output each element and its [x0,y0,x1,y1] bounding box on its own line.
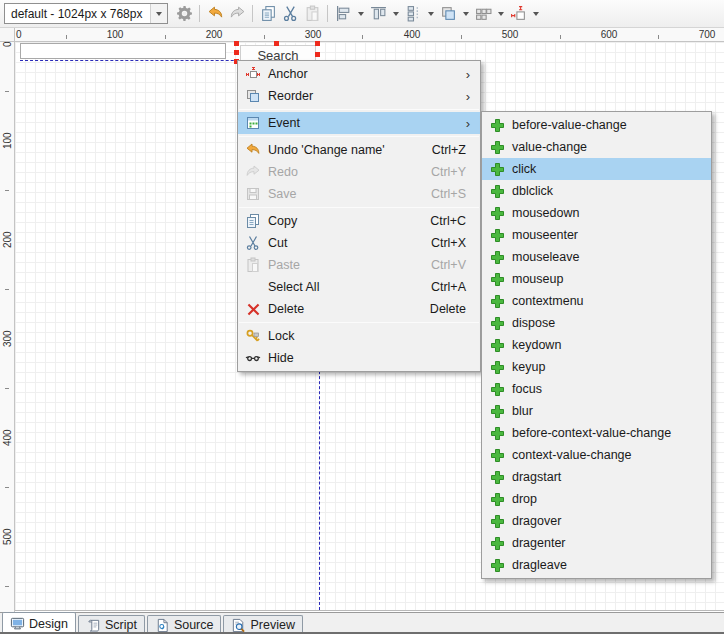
paste-icon [238,257,268,273]
submenu-item-dragstart[interactable]: dragstart [482,466,711,488]
menu-item-anchor[interactable]: Anchor › [238,63,480,85]
same-size-dropdown[interactable] [494,3,507,25]
submenu-item-context-value-change[interactable]: context-value-change [482,444,711,466]
distribute-dropdown[interactable] [424,3,437,25]
submenu-item-dragover[interactable]: dragover [482,510,711,532]
redo-button[interactable] [226,3,248,25]
submenu-item-dragenter[interactable]: dragenter [482,532,711,554]
menu-item-hide[interactable]: Hide [238,347,480,369]
submenu-item-before-context-value-change[interactable]: before-context-value-change [482,422,711,444]
menu-item-lock[interactable]: Lock [238,325,480,347]
submenu-item-keyup[interactable]: keyup [482,356,711,378]
chevron-down-icon [358,12,364,16]
align-horizontal-dropdown[interactable] [354,3,367,25]
submenu-item-contextmenu[interactable]: contextmenu [482,290,711,312]
resize-dropdown[interactable] [529,3,542,25]
ruler-tick [5,190,9,191]
submenu-item-blur[interactable]: blur [482,400,711,422]
tab-label: Preview [250,618,294,632]
submenu-item-dblclick[interactable]: dblclick [482,180,711,202]
distribute-icon [405,5,422,22]
submenu-arrow-icon: › [462,90,474,103]
ruler-corner [0,28,15,42]
submenu-item-focus[interactable]: focus [482,378,711,400]
submenu-item-mouseleave[interactable]: mouseleave [482,246,711,268]
ruler-tick [362,35,363,39]
align-horizontal-button[interactable] [332,3,354,25]
menu-item-select-all[interactable]: Select All Ctrl+A [238,276,480,298]
selection-handle[interactable] [234,41,239,46]
menu-item-delete[interactable]: Delete Delete [238,298,480,320]
submenu-item-value-change[interactable]: value-change [482,136,711,158]
menu-item-redo[interactable]: Redo Ctrl+Y [238,161,480,183]
tab-design[interactable]: Design [2,612,76,634]
undo-button[interactable] [204,3,226,25]
submenu-item-mouseenter[interactable]: mouseenter [482,224,711,246]
menu-item-copy[interactable]: Copy Ctrl+C [238,210,480,232]
add-event-icon [482,339,512,352]
menu-item-undo[interactable]: Undo 'Change name' Ctrl+Z [238,139,480,161]
chevron-down-icon [428,12,434,16]
tab-script[interactable]: Script [78,615,145,634]
canvas-textbox-widget[interactable] [20,43,226,59]
submenu-item-before-value-change[interactable]: before-value-change [482,114,711,136]
menu-item-event[interactable]: Event › [238,112,480,134]
add-event-icon [482,383,512,396]
submenu-item-click[interactable]: click [482,158,711,180]
menu-item-paste[interactable]: Paste Ctrl+V [238,254,480,276]
submenu-item-mousedown[interactable]: mousedown [482,202,711,224]
lock-key-icon [238,328,268,344]
chevron-down-icon [498,12,504,16]
toolbar-separator [199,5,200,22]
submenu-item-dispose[interactable]: dispose [482,312,711,334]
add-event-icon [482,493,512,506]
layout-size-value: default - 1024px x 768px [5,7,150,21]
submenu-item-drop[interactable]: drop [482,488,711,510]
combo-dropdown-button[interactable] [150,4,167,23]
menu-item-cut[interactable]: Cut Ctrl+X [238,232,480,254]
distribute-button[interactable] [402,3,424,25]
ruler-tick [461,35,462,39]
toolbar: default - 1024px x 768px [0,0,724,28]
order-button[interactable] [437,3,459,25]
add-event-icon [482,471,512,484]
same-size-icon [475,5,492,22]
horizontal-ruler: 0 100 200 300 400 500 600 700 [15,28,724,42]
tab-source[interactable]: Source [147,615,222,634]
preview-magnifier-icon [231,618,246,633]
hide-glasses-icon [238,350,268,366]
menu-item-reorder[interactable]: Reorder › [238,85,480,107]
menu-separator [239,136,479,137]
tab-preview[interactable]: Preview [223,615,302,634]
submenu-arrow-icon: › [462,117,474,130]
menu-item-save[interactable]: Save Ctrl+S [238,183,480,205]
hruler-label: 400 [404,29,421,40]
submenu-item-keydown[interactable]: keydown [482,334,711,356]
selection-handle[interactable] [234,50,239,55]
gear-icon [176,5,193,22]
align-vertical-dropdown[interactable] [389,3,402,25]
add-event-icon [482,515,512,528]
cut-button[interactable] [279,3,301,25]
resize-button[interactable] [507,3,529,25]
chevron-down-icon [156,12,162,16]
add-event-icon [482,295,512,308]
cut-icon [282,5,299,22]
same-size-button[interactable] [472,3,494,25]
settings-button[interactable] [173,3,195,25]
order-dropdown[interactable] [459,3,472,25]
submenu-item-mouseup[interactable]: mouseup [482,268,711,290]
menu-separator [239,207,479,208]
paste-button[interactable] [301,3,323,25]
align-vertical-button[interactable] [367,3,389,25]
event-icon [238,115,268,131]
script-scroll-icon [86,618,101,633]
undo-icon [238,142,268,158]
layout-size-select[interactable]: default - 1024px x 768px [4,3,168,24]
submenu-item-dragleave[interactable]: dragleave [482,554,711,576]
vertical-ruler: 0 100 200 300 400 500 [0,42,15,612]
add-event-icon [482,163,512,176]
hruler-label: 0 [16,29,22,40]
copy-button[interactable] [257,3,279,25]
cut-icon [238,235,268,251]
